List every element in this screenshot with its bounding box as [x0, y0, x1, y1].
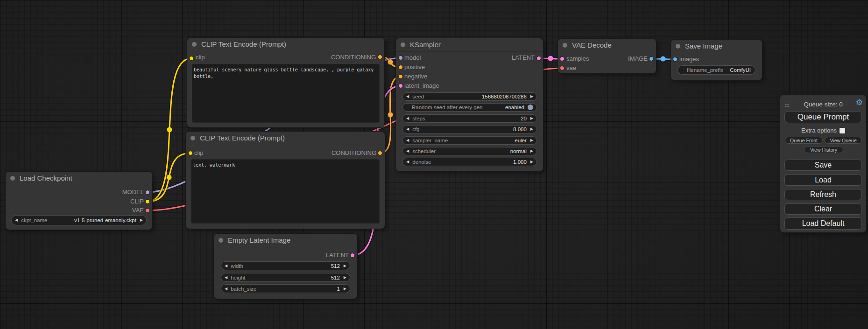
decrement-arrow-icon[interactable]: ◀: [406, 149, 409, 153]
output-label-conditioning: CONDITIONING: [332, 149, 376, 157]
steps-widget[interactable]: ◀ steps 20 ▶: [402, 114, 537, 123]
refresh-button[interactable]: Refresh: [784, 189, 862, 200]
extra-options-checkbox[interactable]: [840, 128, 845, 133]
node-title: VAE Decode: [572, 41, 612, 49]
widget-label: height: [231, 275, 245, 280]
decrement-arrow-icon[interactable]: ◀: [406, 95, 409, 98]
widget-label: seed: [412, 94, 424, 99]
view-queue-button[interactable]: View Queue: [825, 137, 862, 144]
node-title-bar[interactable]: Empty Latent Image: [214, 234, 357, 247]
decrement-arrow-icon[interactable]: ◀: [406, 117, 409, 120]
increment-arrow-icon[interactable]: ▶: [140, 218, 143, 222]
sampler-name-widget[interactable]: ◀ sampler_name euler ▶: [402, 136, 537, 145]
wire-clip-negative: [148, 153, 191, 202]
node-title-bar[interactable]: Load Checkpoint: [6, 172, 152, 185]
widget-label: sampler_name: [412, 138, 448, 143]
height-widget[interactable]: ◀ height 512 ▶: [221, 273, 350, 282]
node-clip-text-encode-negative[interactable]: CLIP Text Encode (Prompt) clip CONDITION…: [186, 132, 385, 229]
decrement-arrow-icon[interactable]: ◀: [406, 139, 409, 142]
widget-value: 512: [331, 275, 340, 280]
increment-arrow-icon[interactable]: ▶: [530, 149, 533, 153]
queue-front-button[interactable]: Queue Front: [785, 137, 823, 144]
widget-label: denoise: [412, 159, 431, 165]
node-save-image[interactable]: Save Image images filename_prefix ComfyU…: [671, 40, 762, 80]
node-title-bar[interactable]: Save Image: [671, 40, 762, 53]
queue-size-label: Queue size: 0: [780, 101, 866, 108]
node-empty-latent-image[interactable]: Empty Latent Image LATENT ◀ width 512 ▶ …: [214, 234, 357, 299]
increment-arrow-icon[interactable]: ▶: [530, 160, 533, 164]
decrement-arrow-icon[interactable]: ◀: [225, 264, 227, 268]
width-widget[interactable]: ◀ width 512 ▶: [221, 261, 350, 270]
input-label-images: images: [679, 56, 699, 63]
clear-button[interactable]: Clear: [784, 203, 862, 215]
link-dot-clip-1: [167, 127, 172, 133]
widget-value: euler: [515, 138, 527, 143]
node-title-bar[interactable]: VAE Decode: [558, 39, 656, 52]
collapse-dot-icon[interactable]: [191, 136, 195, 140]
decrement-arrow-icon[interactable]: ◀: [225, 276, 227, 280]
widget-value: 1.000: [513, 159, 527, 165]
input-label-vae: vae: [566, 64, 576, 72]
node-ksampler[interactable]: KSampler model LATENT positive negative …: [396, 38, 543, 171]
collapse-dot-icon[interactable]: [401, 42, 405, 47]
widget-value: 1: [337, 286, 339, 292]
load-button[interactable]: Load: [784, 175, 862, 186]
output-label-latent: LATENT: [326, 252, 349, 259]
node-vae-decode[interactable]: VAE Decode samples IMAGE vae: [558, 39, 656, 73]
collapse-dot-icon[interactable]: [676, 44, 680, 49]
wire-clip-positive-outline: [148, 58, 191, 202]
node-title-bar[interactable]: CLIP Text Encode (Prompt): [186, 132, 385, 145]
save-button[interactable]: Save: [784, 160, 862, 171]
input-label-latent-image: latent_image: [404, 82, 439, 90]
collapse-dot-icon[interactable]: [563, 43, 567, 48]
scheduler-widget[interactable]: ◀ scheduler normal ▶: [402, 147, 537, 155]
input-label-positive: positive: [404, 63, 425, 71]
node-title: Empty Latent Image: [228, 236, 290, 244]
increment-arrow-icon[interactable]: ▶: [344, 264, 346, 268]
decrement-arrow-icon[interactable]: ◀: [406, 127, 409, 131]
view-history-button[interactable]: View History: [804, 146, 843, 153]
node-title: KSampler: [410, 41, 441, 49]
collapse-dot-icon[interactable]: [192, 42, 197, 47]
random-seed-widget[interactable]: Random seed after every gen enabled: [402, 103, 537, 112]
widget-value: 20: [521, 116, 527, 121]
wire-clip-positive: [148, 58, 191, 202]
widget-value: 512: [331, 263, 340, 269]
collapse-dot-icon[interactable]: [219, 238, 223, 243]
increment-arrow-icon[interactable]: ▶: [530, 127, 533, 131]
seed-widget[interactable]: ◀ seed 156680208700286 ▶: [402, 92, 537, 101]
input-label-clip: clip: [194, 149, 204, 157]
decrement-arrow-icon[interactable]: ◀: [15, 218, 18, 222]
batch-size-widget[interactable]: ◀ batch_size 1 ▶: [221, 284, 350, 293]
ckpt-name-widget[interactable]: ◀ ckpt_name v1-5-pruned-emaonly.ckpt ▶: [11, 215, 147, 225]
increment-arrow-icon[interactable]: ▶: [344, 276, 346, 280]
increment-arrow-icon[interactable]: ▶: [344, 287, 346, 291]
queue-prompt-button[interactable]: Queue Prompt: [784, 111, 862, 123]
denoise-widget[interactable]: ◀ denoise 1.000 ▶: [402, 158, 537, 166]
increment-arrow-icon[interactable]: ▶: [530, 139, 533, 142]
widget-value: 8.000: [513, 126, 527, 132]
random-seed-toggle-icon[interactable]: [528, 105, 533, 110]
collapse-dot-icon[interactable]: [10, 176, 15, 181]
load-default-button[interactable]: Load Default: [784, 217, 862, 230]
queue-panel[interactable]: Queue size: 0 ⚙ Queue Prompt Extra optio…: [780, 95, 866, 232]
cfg-widget[interactable]: ◀ cfg 8.000 ▶: [402, 125, 537, 133]
node-load-checkpoint[interactable]: Load Checkpoint MODEL CLIP VAE ◀ ckpt_na…: [6, 172, 152, 230]
increment-arrow-icon[interactable]: ▶: [530, 117, 533, 120]
decrement-arrow-icon[interactable]: ◀: [225, 287, 227, 291]
node-title-bar[interactable]: CLIP Text Encode (Prompt): [187, 38, 384, 51]
node-graph-canvas[interactable]: Load Checkpoint MODEL CLIP VAE ◀ ckpt_na…: [0, 0, 868, 329]
positive-prompt-textarea[interactable]: beautiful scenery nature glass bottle la…: [192, 64, 380, 123]
increment-arrow-icon[interactable]: ▶: [530, 95, 533, 98]
decrement-arrow-icon[interactable]: ◀: [406, 160, 409, 164]
filename-prefix-widget[interactable]: filename_prefix ComfyUI: [677, 65, 755, 75]
link-dot-conditioning-2: [388, 112, 393, 118]
negative-prompt-textarea[interactable]: text, watermark: [191, 159, 380, 224]
input-label-samples: samples: [566, 55, 589, 63]
output-label-model: MODEL: [122, 189, 144, 196]
extra-options-label: Extra options: [801, 127, 837, 134]
gear-icon[interactable]: ⚙: [856, 98, 863, 106]
node-title-bar[interactable]: KSampler: [396, 38, 543, 52]
node-clip-text-encode-positive[interactable]: CLIP Text Encode (Prompt) clip CONDITION…: [187, 38, 384, 127]
output-label-latent: LATENT: [512, 54, 535, 62]
